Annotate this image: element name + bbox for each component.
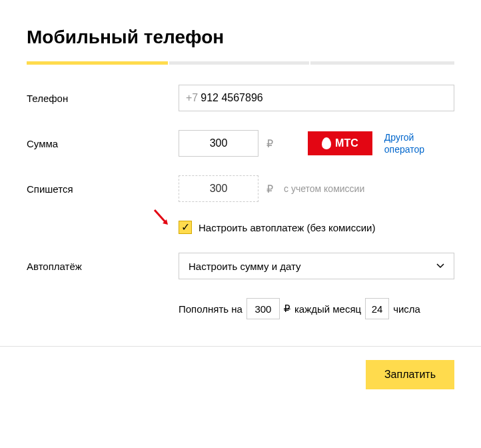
amount-input[interactable] bbox=[179, 130, 258, 157]
autopay-middle-text: каждый месяц bbox=[294, 303, 361, 315]
divider bbox=[0, 346, 481, 347]
progress-fill bbox=[27, 61, 168, 65]
amount-label: Сумма bbox=[27, 138, 179, 149]
phone-row: Телефон +7 bbox=[27, 85, 454, 111]
autopay-checkbox-label[interactable]: Настроить автоплатеж (без комиссии) bbox=[199, 222, 375, 233]
autopay-settings: Пополнять на ₽ каждый месяц числа bbox=[27, 298, 454, 319]
phone-input[interactable] bbox=[201, 92, 447, 104]
autopay-checkbox[interactable]: ✓ bbox=[179, 221, 192, 234]
autopay-amount-input[interactable] bbox=[246, 298, 280, 319]
arrow-indicator-icon bbox=[153, 209, 173, 229]
autopay-checkbox-row: ✓ Настроить автоплатеж (без комиссии) bbox=[27, 221, 454, 234]
autopay-ruble: ₽ bbox=[284, 303, 290, 315]
autopay-prefix-text: Пополнять на bbox=[179, 303, 242, 315]
commission-note: с учетом комиссии bbox=[284, 183, 364, 194]
autopay-label: Автоплатёж bbox=[27, 261, 179, 272]
amount-row: Сумма ₽ МТС Другой оператор bbox=[27, 130, 454, 157]
page-title: Мобильный телефон bbox=[27, 27, 454, 48]
other-operator-link[interactable]: Другой оператор bbox=[384, 131, 454, 155]
autopay-day-input[interactable] bbox=[365, 298, 389, 319]
progress-bar bbox=[27, 61, 454, 65]
autopay-suffix-text: числа bbox=[393, 303, 420, 315]
deducted-label: Спишется bbox=[27, 183, 179, 195]
ruble-sign: ₽ bbox=[266, 137, 273, 150]
operator-name: МТС bbox=[335, 137, 358, 149]
deducted-value: 300 bbox=[179, 175, 258, 202]
autopay-row: Автоплатёж Настроить сумму и дату bbox=[27, 253, 454, 279]
footer: Заплатить bbox=[27, 360, 454, 389]
autopay-dropdown[interactable]: Настроить сумму и дату bbox=[179, 253, 454, 279]
pay-button[interactable]: Заплатить bbox=[366, 360, 454, 389]
operator-egg-icon bbox=[322, 137, 331, 149]
checkmark-icon: ✓ bbox=[181, 222, 190, 233]
autopay-dropdown-text: Настроить сумму и дату bbox=[189, 261, 301, 272]
phone-prefix: +7 bbox=[186, 92, 198, 104]
deducted-row: Спишется 300 ₽ с учетом комиссии bbox=[27, 175, 454, 202]
phone-label: Телефон bbox=[27, 93, 179, 104]
deducted-ruble: ₽ bbox=[266, 183, 273, 195]
phone-input-wrap[interactable]: +7 bbox=[179, 85, 454, 111]
chevron-down-icon bbox=[436, 263, 444, 269]
operator-logo: МТС bbox=[308, 131, 372, 155]
